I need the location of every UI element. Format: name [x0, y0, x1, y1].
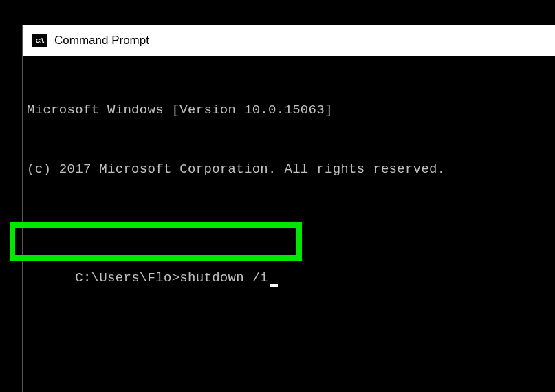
- prompt-path: C:\Users\Flo>: [75, 270, 179, 285]
- command-prompt-window: C:\. Command Prompt Microsoft Windows [V…: [22, 25, 555, 392]
- version-text: Microsoft Windows [Version 10.0.15063]: [27, 100, 551, 120]
- highlight-annotation: [10, 222, 302, 261]
- text-cursor: [270, 284, 278, 287]
- copyright-text: (c) 2017 Microsoft Corporation. All righ…: [27, 160, 551, 179]
- terminal-body[interactable]: Microsoft Windows [Version 10.0.15063] (…: [23, 56, 555, 355]
- titlebar[interactable]: C:\. Command Prompt: [23, 25, 555, 56]
- prompt-line: C:\Users\Flo>shutdown /i: [75, 270, 278, 285]
- typed-command: shutdown /i: [179, 270, 268, 285]
- window-title: Command Prompt: [54, 34, 149, 47]
- command-area: C:\Users\Flo>shutdown /i: [27, 226, 551, 310]
- command-prompt-icon: C:\.: [32, 34, 47, 47]
